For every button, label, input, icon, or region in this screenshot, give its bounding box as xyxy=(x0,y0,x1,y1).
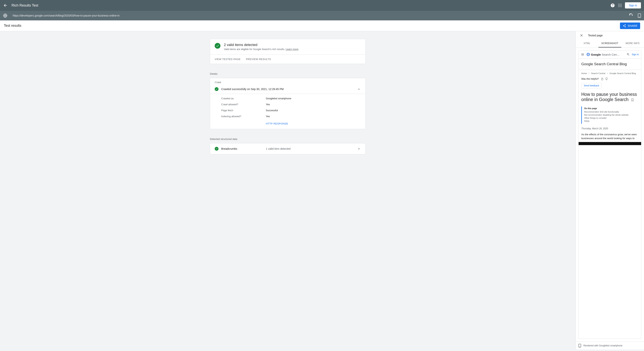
globe-icon xyxy=(3,14,7,18)
structured-item-name: Breadcrumbs xyxy=(221,147,263,150)
svg-point-13 xyxy=(623,25,624,26)
summary-heading: 2 valid items detected xyxy=(224,43,298,47)
tested-page-panel: Tested page HTML SCREENSHOT MORE INFO Go… xyxy=(576,31,644,349)
view-tested-page-button[interactable]: VIEW TESTED PAGE xyxy=(215,58,241,61)
detail-row: Crawl allowed? Yes xyxy=(210,101,366,107)
panel-title: Tested page xyxy=(588,34,603,37)
screenshot-breadcrumbs: Home Search Central Google Search Centra… xyxy=(578,70,641,77)
screenshot-body: As the effects of the coronavirus grow, … xyxy=(578,131,641,142)
send-feedback-button: Send feedback xyxy=(581,83,602,88)
check-icon xyxy=(215,87,218,91)
crawl-card: Crawl Crawled successfully on Sep 30, 20… xyxy=(210,78,366,129)
tab-screenshot[interactable]: SCREENSHOT xyxy=(598,40,621,48)
svg-point-14 xyxy=(625,26,626,27)
svg-point-2 xyxy=(621,4,622,5)
structured-item-row[interactable]: Breadcrumbs 1 valid item detected xyxy=(210,143,366,154)
crawl-status-row[interactable]: Crawled successfully on Sep 30, 2021, 12… xyxy=(210,85,366,94)
screenshot-date: Thursday, March 26, 2020 xyxy=(578,126,641,131)
screenshot-toc: On this page Recommended: limit site fun… xyxy=(581,106,638,124)
url-bar: https://developers.google.com/search/blo… xyxy=(0,11,644,21)
share-button[interactable]: SHARE xyxy=(620,23,640,29)
chevron-right-icon xyxy=(357,147,361,151)
learn-more-link[interactable]: Learn more xyxy=(286,48,298,51)
structured-item-count: 1 valid item detected xyxy=(266,147,354,150)
thumbs-down-icon xyxy=(605,78,608,80)
brand-logo: Google Search Cen... xyxy=(586,53,625,56)
svg-point-3 xyxy=(618,5,619,6)
results-header: Test results SHARE xyxy=(0,21,644,31)
summary-subtitle: Valid items are eligible for Google Sear… xyxy=(224,48,298,51)
check-icon xyxy=(215,43,220,49)
bookmark-icon xyxy=(631,98,634,101)
screenshot-signin: Sign in xyxy=(632,53,639,56)
results-title: Test results xyxy=(4,24,620,28)
helpful-label: Was this helpful? xyxy=(581,78,599,80)
hamburger-icon xyxy=(581,53,584,56)
svg-point-1 xyxy=(620,4,620,5)
check-icon xyxy=(215,147,218,151)
panel-footer: Rendered with Googlebot smartphone xyxy=(576,341,644,349)
svg-point-4 xyxy=(620,5,620,6)
screenshot-blog-title: Google Search Central Blog xyxy=(578,59,641,70)
structured-section-label: Detected structured data xyxy=(210,135,366,143)
details-section-label: Details xyxy=(210,70,366,78)
tested-url[interactable]: https://developers.google.com/search/blo… xyxy=(13,14,624,17)
page-screenshot: Google Search Cen... Sign in Google Sear… xyxy=(578,51,641,339)
device-icon[interactable] xyxy=(638,13,641,18)
close-icon[interactable] xyxy=(580,34,584,37)
panel-footer-text: Rendered with Googlebot smartphone xyxy=(584,344,622,347)
svg-point-0 xyxy=(618,4,619,5)
summary-card: 2 valid items detected Valid items are e… xyxy=(210,39,366,64)
share-label: SHARE xyxy=(628,24,638,27)
signin-button[interactable]: Sign in xyxy=(625,2,641,9)
screenshot-article-title: How to pause your business online in Goo… xyxy=(578,90,641,104)
preview-results-button[interactable]: PREVIEW RESULTS xyxy=(246,58,271,61)
structured-data-list: Breadcrumbs 1 valid item detected xyxy=(210,143,366,154)
app-title: Rich Results Test xyxy=(12,4,607,8)
svg-point-6 xyxy=(618,6,619,7)
crawl-label: Crawl xyxy=(210,78,366,85)
app-header: Rich Results Test Sign in xyxy=(0,0,644,11)
svg-point-8 xyxy=(621,6,622,7)
http-response-button[interactable]: HTTP RESPONSE xyxy=(266,122,288,125)
svg-point-17 xyxy=(588,54,588,55)
panel-tabs: HTML SCREENSHOT MORE INFO xyxy=(576,40,644,48)
search-icon xyxy=(627,53,630,56)
back-icon[interactable] xyxy=(3,3,8,8)
help-icon[interactable] xyxy=(610,3,615,8)
screenshot-dark-bar xyxy=(578,142,641,145)
detail-row: Page fetch Successful xyxy=(210,107,366,113)
thumbs-up-icon xyxy=(601,78,604,80)
tab-more-info[interactable]: MORE INFO xyxy=(621,40,644,48)
svg-point-16 xyxy=(587,54,589,56)
detail-row: Crawled as Googlebot smartphone xyxy=(210,94,366,101)
tab-html[interactable]: HTML xyxy=(576,40,598,48)
detail-row: Indexing allowed? Yes xyxy=(210,113,366,119)
refresh-icon[interactable] xyxy=(629,14,633,18)
svg-point-5 xyxy=(621,5,622,6)
smartphone-icon xyxy=(578,344,581,347)
svg-point-7 xyxy=(620,6,620,7)
svg-point-12 xyxy=(625,24,626,25)
crawl-status-text: Crawled successfully on Sep 30, 2021, 12… xyxy=(221,88,354,91)
apps-icon[interactable] xyxy=(618,4,622,7)
svg-point-18 xyxy=(588,54,589,55)
chevron-up-icon[interactable] xyxy=(357,87,361,91)
